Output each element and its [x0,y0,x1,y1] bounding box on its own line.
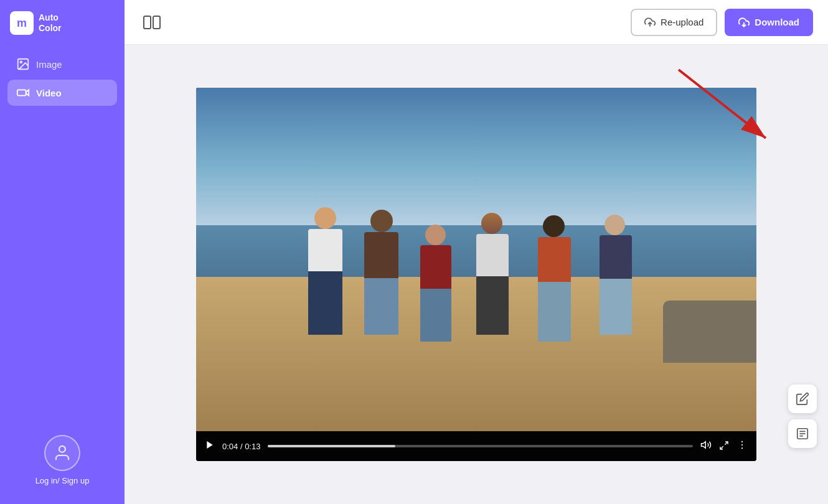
login-area[interactable]: Log in/ Sign up [35,435,90,485]
download-button[interactable]: Download [725,9,813,36]
reupload-button[interactable]: Re-upload [631,9,717,36]
image-icon [16,57,30,71]
person-4 [476,234,509,335]
svg-rect-4 [144,16,151,29]
main-content: Re-upload Download [125,0,828,504]
sidebar-item-video[interactable]: Video [7,80,117,106]
svg-rect-2 [17,90,26,95]
nav-items: Image Video [0,46,125,111]
svg-rect-5 [153,16,160,29]
avatar [44,435,80,471]
person-2 [364,232,398,335]
svg-point-14 [741,447,743,449]
edit-note-icon [796,392,809,406]
volume-button[interactable] [700,439,712,453]
volume-icon-svg [700,439,712,450]
more-options-button[interactable] [736,439,748,453]
logo-icon: m [10,11,34,35]
login-label[interactable]: Log in/ Sign up [35,476,90,485]
sidebar-item-image[interactable]: Image [7,51,117,77]
list-note-icon [796,427,809,441]
svg-line-10 [725,442,728,445]
video-area: 0:04 / 0:13 [125,45,828,504]
svg-point-13 [741,444,743,446]
play-icon [205,440,215,450]
more-icon-svg [736,439,748,450]
video-controls: 0:04 / 0:13 [196,431,756,461]
svg-marker-8 [207,441,212,449]
svg-marker-9 [702,442,706,449]
person-1 [308,229,342,335]
topbar: Re-upload Download [125,0,828,45]
person-6 [600,235,632,335]
split-view-button[interactable] [139,11,164,34]
user-icon [53,444,72,462]
person-3 [420,245,451,342]
svg-line-11 [720,446,723,449]
svg-point-12 [741,441,743,442]
time-display: 0:04 / 0:13 [222,442,260,451]
download-icon [738,17,750,28]
floating-buttons [788,385,817,448]
logo-area: m Auto Color [0,0,125,46]
svg-point-3 [59,446,65,452]
fullscreen-icon-svg [719,441,729,450]
video-thumbnail [196,88,756,431]
edit-note-button[interactable] [788,385,817,413]
sky-layer [196,88,756,242]
list-note-button[interactable] [788,419,817,448]
split-view-icon [143,15,161,30]
topbar-actions: Re-upload Download [631,9,813,36]
progress-fill [268,445,395,447]
video-container: 0:04 / 0:13 [196,88,756,461]
sidebar: m Auto Color Image Video [0,0,125,504]
reupload-icon [644,17,656,28]
svg-point-1 [20,61,22,63]
beach-scene [196,88,756,431]
rock-outcrop [663,301,756,363]
progress-bar[interactable] [268,445,693,447]
play-button[interactable] [205,440,215,452]
person-5 [538,237,571,342]
video-icon [16,86,30,100]
fullscreen-button[interactable] [719,441,729,452]
logo-text: Auto Color [39,12,62,34]
